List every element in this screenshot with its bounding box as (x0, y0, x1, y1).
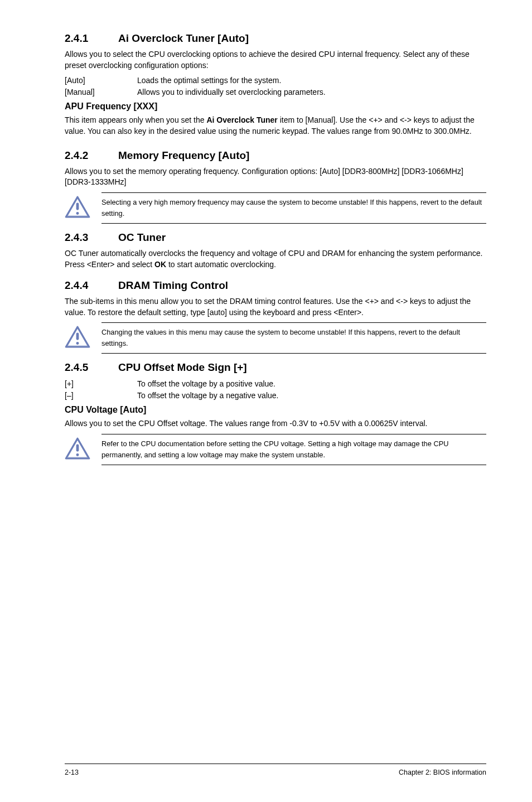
chapter-label: Chapter 2: BIOS information (399, 769, 486, 776)
body-text: The sub-items in this menu allow you to … (65, 296, 486, 318)
list-item: [Manual] Allows you to individually set … (65, 86, 486, 98)
caution-icon (65, 196, 90, 220)
section-heading: 2.4.4 DRAM Timing Control (65, 279, 486, 292)
option-term: [Manual] (65, 86, 137, 98)
section-title: CPU Offset Mode Sign [+] (118, 361, 247, 374)
page-number: 2-13 (65, 769, 79, 776)
svg-rect-0 (76, 202, 79, 210)
section-number: 2.4.4 (65, 279, 118, 292)
option-desc: Loads the optimal settings for the syste… (137, 75, 486, 86)
section-title: Memory Frequency [Auto] (118, 149, 249, 162)
option-term: [Auto] (65, 75, 137, 86)
body-text: Allows you to set the CPU Offset voltage… (65, 418, 486, 429)
section-heading: 2.4.5 CPU Offset Mode Sign [+] (65, 361, 486, 374)
page-footer: 2-13 Chapter 2: BIOS information (65, 764, 486, 776)
list-item: [+] To offset the voltage by a positive … (65, 378, 486, 390)
svg-point-1 (76, 212, 79, 215)
note-text: Changing the values in this menu may cau… (101, 323, 486, 353)
body-text: Allows you to select the CPU overclockin… (65, 49, 486, 71)
svg-rect-4 (76, 444, 79, 451)
section-title: OC Tuner (118, 231, 166, 244)
option-desc: To offset the voltage by a negative valu… (137, 390, 486, 402)
subsection-heading: CPU Voltage [Auto] (65, 405, 486, 415)
svg-point-5 (76, 453, 79, 456)
caution-note: Refer to the CPU documentation before se… (65, 434, 486, 465)
option-term: [–] (65, 390, 137, 402)
subsection-heading: APU Frequency [XXX] (65, 102, 486, 112)
section-title: DRAM Timing Control (118, 279, 228, 292)
text-run: This item appears only when you set the (65, 115, 206, 124)
bold-text: Ai Overclock Tuner (206, 115, 277, 124)
text-run: to start automatic overclocking. (166, 260, 276, 269)
section-number: 2.4.3 (65, 231, 118, 244)
caution-icon (65, 326, 90, 350)
body-text: OC Tuner automatically overclocks the fr… (65, 248, 486, 270)
section-heading: 2.4.3 OC Tuner (65, 231, 486, 244)
option-term: [+] (65, 378, 137, 390)
option-list: [Auto] Loads the optimal settings for th… (65, 75, 486, 98)
option-desc: To offset the voltage by a positive valu… (137, 378, 486, 390)
list-item: [–] To offset the voltage by a negative … (65, 390, 486, 402)
caution-icon (65, 437, 90, 462)
section-number: 2.4.2 (65, 149, 118, 162)
note-text: Selecting a very high memory frequency m… (101, 193, 486, 223)
section-number: 2.4.1 (65, 32, 118, 45)
option-desc: Allows you to individually set overclock… (137, 86, 486, 98)
svg-point-3 (76, 342, 79, 345)
svg-rect-2 (76, 333, 79, 340)
section-heading: 2.4.1 Ai Overclock Tuner [Auto] (65, 32, 486, 45)
caution-note: Changing the values in this menu may cau… (65, 322, 486, 354)
caution-note: Selecting a very high memory frequency m… (65, 192, 486, 224)
section-title: Ai Overclock Tuner [Auto] (118, 32, 249, 45)
section-number: 2.4.5 (65, 361, 118, 374)
bold-text: OK (154, 260, 166, 269)
body-text: This item appears only when you set the … (65, 115, 486, 137)
option-list: [+] To offset the voltage by a positive … (65, 378, 486, 402)
note-text: Refer to the CPU documentation before se… (101, 434, 486, 465)
list-item: [Auto] Loads the optimal settings for th… (65, 75, 486, 86)
section-heading: 2.4.2 Memory Frequency [Auto] (65, 149, 486, 162)
body-text: Allows you to set the memory operating f… (65, 166, 486, 189)
